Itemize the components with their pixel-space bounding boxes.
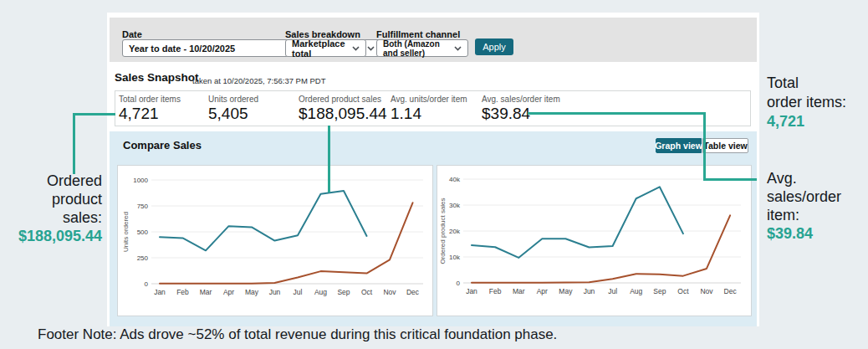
svg-text:Apr: Apr — [223, 288, 234, 296]
chevron-down-icon — [352, 46, 360, 51]
metric-label: Units ordered — [208, 95, 258, 104]
svg-text:750: 750 — [137, 203, 149, 210]
units-ordered-chart-card: 02505007501000JanFebMarAprMayJunJulAugSe… — [117, 165, 433, 316]
graph-view-button[interactable]: Graph view — [656, 138, 702, 153]
metric-label: Ordered product sales — [299, 95, 387, 104]
annotation-value: 4,721 — [767, 112, 846, 131]
svg-text:Feb: Feb — [489, 287, 502, 295]
fulfillment-channel-label: Fulfillment channel — [376, 29, 460, 39]
connector-line — [703, 112, 706, 181]
svg-text:0: 0 — [145, 280, 149, 288]
connector-line — [73, 113, 115, 115]
svg-text:May: May — [245, 288, 259, 296]
annotation-ordered-product-sales: Ordered product sales: $188,095.44 — [0, 172, 102, 245]
chevron-down-icon — [367, 46, 375, 51]
connector-line — [528, 112, 705, 115]
metric-label: Avg. units/order item — [391, 95, 467, 104]
svg-text:Aug: Aug — [314, 288, 327, 296]
units-ordered-chart: 02505007501000JanFebMarAprMayJunJulAugSe… — [118, 166, 432, 316]
fulfillment-channel-value: Both (Amazon and seller) — [383, 39, 449, 58]
svg-text:Mar: Mar — [200, 288, 212, 296]
svg-text:Feb: Feb — [176, 288, 189, 296]
fulfillment-channel-select[interactable]: Both (Amazon and seller) — [376, 39, 468, 57]
apply-button[interactable]: Apply — [475, 38, 513, 55]
metric-value: 1.14 — [391, 105, 467, 123]
svg-text:Jun: Jun — [584, 287, 595, 295]
metrics-box: Total order items 4,721 Units ordered 5,… — [115, 90, 751, 126]
sales-breakdown-select[interactable]: Marketplace total — [285, 39, 366, 57]
connector-line — [73, 113, 75, 174]
sales-snapshot-title: Sales Snapshot — [115, 71, 199, 84]
svg-text:Jul: Jul — [608, 287, 617, 295]
metric-units-ordered: Units ordered 5,405 — [208, 95, 258, 123]
connector-line — [328, 126, 330, 192]
svg-text:20k: 20k — [449, 228, 461, 235]
compare-sales-section: Compare Sales Graph view Table view 0250… — [110, 131, 757, 326]
svg-text:Ordered product sales: Ordered product sales — [439, 198, 447, 264]
svg-text:250: 250 — [137, 254, 149, 262]
svg-text:Mar: Mar — [513, 287, 525, 295]
svg-text:Jan: Jan — [466, 287, 477, 295]
metric-label: Total order items — [119, 95, 181, 104]
svg-text:30k: 30k — [449, 202, 461, 209]
svg-text:Aug: Aug — [630, 287, 642, 295]
snapshot-timestamp: taken at 10/20/2025, 7:56:37 PM PDT — [192, 76, 326, 85]
metric-value: 4,721 — [119, 105, 181, 123]
metric-value: $188,095.44 — [299, 105, 387, 123]
svg-text:Dec: Dec — [724, 287, 738, 295]
footer-note: Footer Note: Ads drove ~52% of total rev… — [38, 326, 557, 343]
table-view-button[interactable]: Table view — [702, 138, 748, 153]
svg-text:Oct: Oct — [361, 288, 373, 296]
svg-text:0: 0 — [457, 280, 461, 287]
product-sales-chart-card: 010k20k30k40kJanFebMarAprMayJunJulAugSep… — [437, 165, 752, 316]
page: Date Year to date - 10/20/2025 Sales bre… — [0, 0, 868, 349]
product-sales-chart: 010k20k30k40kJanFebMarAprMayJunJulAugSep… — [437, 166, 751, 316]
svg-text:Units ordered: Units ordered — [122, 212, 130, 252]
metric-total-order-items: Total order items 4,721 — [119, 95, 181, 123]
metric-label: Avg. sales/order item — [482, 95, 560, 104]
chevron-down-icon — [454, 46, 462, 51]
svg-text:Sep: Sep — [337, 288, 350, 296]
annotation-total-order-items: Total order items: 4,721 — [767, 74, 846, 131]
date-select-value: Year to date - 10/20/2025 — [129, 44, 235, 54]
svg-text:40k: 40k — [449, 176, 461, 183]
svg-text:Jan: Jan — [154, 288, 166, 296]
svg-text:Jun: Jun — [269, 288, 281, 296]
annotation-value: $39.84 — [767, 224, 841, 243]
metric-avg-sales-order-item: Avg. sales/order item $39.84 — [482, 95, 560, 123]
svg-text:Apr: Apr — [537, 287, 548, 295]
annotation-value: $188,095.44 — [0, 227, 102, 245]
connector-line — [703, 178, 757, 181]
svg-text:Nov: Nov — [383, 288, 396, 296]
svg-text:Oct: Oct — [677, 287, 689, 295]
annotation-avg-sales-order-item: Avg. sales/order item: $39.84 — [767, 169, 841, 243]
seller-dashboard-panel: Date Year to date - 10/20/2025 Sales bre… — [107, 13, 759, 326]
svg-text:1000: 1000 — [133, 177, 148, 184]
svg-text:500: 500 — [137, 228, 149, 236]
svg-text:May: May — [559, 287, 573, 295]
svg-text:Dec: Dec — [406, 288, 420, 296]
metric-value: 5,405 — [208, 105, 258, 123]
svg-text:Sep: Sep — [653, 287, 666, 295]
metric-ordered-product-sales: Ordered product sales $188,095.44 — [299, 95, 387, 123]
metric-avg-units-order-item: Avg. units/order item 1.14 — [391, 95, 467, 123]
svg-text:Jul: Jul — [294, 288, 303, 296]
compare-sales-title: Compare Sales — [123, 139, 202, 151]
svg-text:Nov: Nov — [700, 287, 713, 295]
date-filter-label: Date — [122, 29, 142, 39]
sales-breakdown-value: Marketplace total — [292, 38, 347, 59]
svg-text:10k: 10k — [449, 254, 461, 261]
